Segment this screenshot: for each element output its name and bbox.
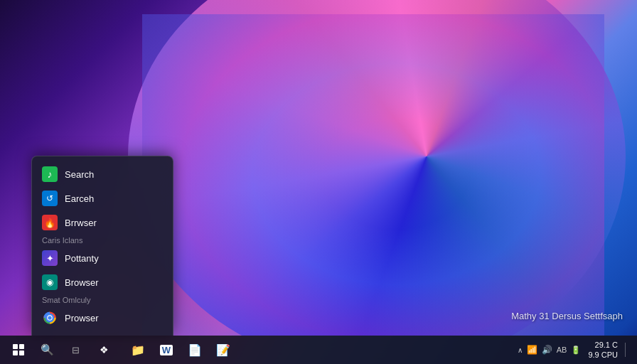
menu-item-browser3[interactable]: Prowser bbox=[32, 306, 173, 330]
file-explorer-icon: 📁 bbox=[131, 343, 145, 357]
widgets-icon: ❖ bbox=[100, 344, 109, 355]
datetime-text: Mathy 31 Dersus Settfsaph bbox=[511, 311, 623, 321]
desktop-datetime: Mathy 31 Dersus Settfsaph bbox=[511, 311, 623, 321]
search-icon: 🔍 bbox=[41, 343, 54, 356]
menu-icon-search2: ↺ bbox=[42, 191, 58, 206]
windows-logo-icon bbox=[13, 344, 24, 355]
taskbar-notepad[interactable]: 📝 bbox=[210, 337, 236, 363]
system-tray: ∧ 📶 🔊 AB 🔋 29.1 C 9.9 CPU bbox=[518, 340, 631, 360]
taskbar-search-button[interactable]: 🔍 bbox=[34, 337, 60, 363]
clock[interactable]: 29.1 C 9.9 CPU bbox=[585, 340, 621, 360]
menu-item-search1[interactable]: ♪ Search bbox=[32, 162, 173, 186]
menu-label-portant: Pottanty bbox=[65, 253, 99, 264]
widgets-button[interactable]: ❖ bbox=[91, 337, 117, 363]
taskbar: 🔍 ⊟ ❖ 📁 W 📄 📝 bbox=[0, 336, 637, 364]
menu-item-search2[interactable]: ↺ Earceh bbox=[32, 186, 173, 210]
menu-icon-browser3 bbox=[42, 310, 58, 326]
menu-item-browser2[interactable]: ◉ Browser bbox=[32, 270, 173, 294]
battery-icon: 🔋 bbox=[571, 346, 581, 355]
notepad-icon: 📝 bbox=[216, 343, 230, 357]
menu-label-search2: Earceh bbox=[65, 193, 94, 204]
show-desktop-button[interactable] bbox=[625, 343, 628, 357]
wifi-icon: 📶 bbox=[527, 345, 537, 355]
battery-indicator[interactable]: 🔋 bbox=[571, 346, 581, 355]
menu-label-browser2: Browser bbox=[65, 277, 99, 288]
task-view-button[interactable]: ⊟ bbox=[63, 337, 88, 363]
network-icon[interactable]: 📶 bbox=[527, 345, 537, 355]
volume-icon[interactable]: 🔊 bbox=[542, 345, 552, 355]
clock-time: 29.1 C bbox=[595, 340, 618, 350]
menu-icon-browser1: 🔥 bbox=[42, 215, 58, 230]
keyboard-lang[interactable]: AB bbox=[557, 346, 567, 354]
tray-chevron[interactable]: ∧ bbox=[518, 346, 523, 354]
word-icon: W bbox=[160, 345, 173, 355]
menu-item-browser1[interactable]: 🔥 Brrwser bbox=[32, 210, 173, 235]
menu-icon-browser2: ◉ bbox=[42, 274, 58, 290]
menu-label-browser3: Prowser bbox=[65, 313, 99, 323]
menu-section-1: Caris Iclans bbox=[32, 235, 173, 246]
clock-date: 9.9 CPU bbox=[588, 350, 618, 360]
menu-item-portant[interactable]: ✦ Pottanty bbox=[32, 246, 173, 270]
tray-expand-icon: ∧ bbox=[518, 346, 523, 354]
taskbar-file-explorer[interactable]: 📁 bbox=[125, 337, 151, 363]
menu-section-2: Smat Omlculy bbox=[32, 294, 173, 306]
pdf-icon: 📄 bbox=[188, 343, 202, 357]
svg-point-3 bbox=[48, 316, 51, 319]
desktop: Mathy 31 Dersus Settfsaph ♪ Search ↺ Ear… bbox=[0, 0, 637, 364]
menu-icon-portant: ✦ bbox=[42, 250, 58, 266]
lang-label: AB bbox=[557, 346, 567, 354]
start-button[interactable] bbox=[6, 337, 31, 363]
start-menu: ♪ Search ↺ Earceh 🔥 Brrwser Caris Iclans… bbox=[31, 156, 173, 336]
taskbar-word[interactable]: W bbox=[154, 337, 179, 363]
speaker-icon: 🔊 bbox=[542, 345, 552, 355]
menu-label-search1: Search bbox=[65, 169, 94, 180]
menu-icon-search1: ♪ bbox=[42, 166, 58, 182]
show-desktop-icon bbox=[625, 343, 628, 357]
taskbar-pinned-apps: 📁 W 📄 📝 bbox=[125, 337, 236, 363]
menu-label-browser1: Brrwser bbox=[65, 218, 97, 228]
taskbar-pdf[interactable]: 📄 bbox=[182, 337, 208, 363]
task-view-icon: ⊟ bbox=[72, 345, 80, 355]
